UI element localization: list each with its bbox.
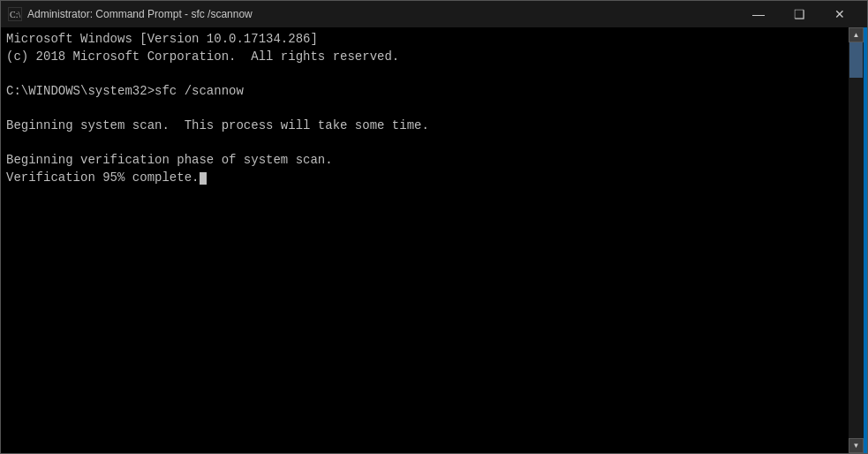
cmd-icon: C:\ <box>8 7 22 21</box>
command-prompt-window: C:\ Administrator: Command Prompt - sfc … <box>0 0 868 454</box>
window-title: Administrator: Command Prompt - sfc /sca… <box>27 8 253 20</box>
terminal-output[interactable]: Microsoft Windows [Version 10.0.17134.28… <box>1 27 849 453</box>
scroll-track[interactable] <box>849 42 864 438</box>
scroll-down-button[interactable]: ▼ <box>849 438 864 453</box>
scrollbar[interactable]: ▲ ▼ <box>849 27 864 453</box>
cursor <box>200 172 207 185</box>
window-controls: — ❑ ✕ <box>738 1 860 27</box>
scroll-thumb[interactable] <box>849 42 863 78</box>
svg-text:C:\: C:\ <box>10 10 20 19</box>
minimize-button[interactable]: — <box>738 1 779 27</box>
window-right-border <box>864 27 867 453</box>
terminal-line: Beginning verification phase of system s… <box>6 152 843 170</box>
window-body: Microsoft Windows [Version 10.0.17134.28… <box>1 27 867 453</box>
title-bar-left: C:\ Administrator: Command Prompt - sfc … <box>8 7 253 21</box>
terminal-line <box>6 100 843 117</box>
restore-button[interactable]: ❑ <box>779 1 819 27</box>
terminal-line <box>6 65 843 83</box>
terminal-line <box>6 135 843 153</box>
title-bar: C:\ Administrator: Command Prompt - sfc … <box>1 1 867 27</box>
close-button[interactable]: ✕ <box>819 1 860 27</box>
terminal-line: Beginning system scan. This process will… <box>6 117 843 135</box>
terminal-line: (c) 2018 Microsoft Corporation. All righ… <box>6 49 843 66</box>
terminal-line: Microsoft Windows [Version 10.0.17134.28… <box>6 31 843 49</box>
terminal-line: Verification 95% complete. <box>6 170 843 187</box>
scroll-up-button[interactable]: ▲ <box>849 27 864 42</box>
terminal-line: C:\WINDOWS\system32>sfc /scannow <box>6 83 843 101</box>
